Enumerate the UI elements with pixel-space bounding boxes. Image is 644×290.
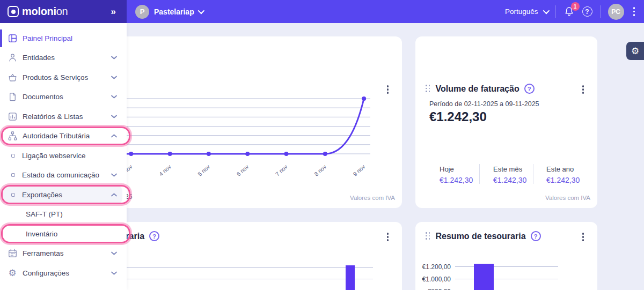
language-label: Português <box>505 8 538 16</box>
sidebar: Painel Principal Entidades Produtos & Se… <box>0 23 127 290</box>
sidebar-item-label: Produtos & Serviços <box>23 73 88 81</box>
person-icon <box>7 53 18 63</box>
sidebar-item-configuracoes[interactable]: ⚙ Configurações <box>0 263 127 283</box>
stat-value: €1.242,30 <box>546 176 580 184</box>
divider <box>600 5 601 18</box>
stat-label: Este ano <box>546 165 580 173</box>
dashboard-settings-button[interactable]: ⚙ <box>626 42 644 60</box>
calendar-icon <box>7 248 18 259</box>
dashboard-icon <box>7 33 18 43</box>
chevron-up-icon <box>111 134 117 138</box>
gridline <box>455 266 558 267</box>
help-button[interactable]: ? <box>582 6 592 17</box>
sidebar-item-inventario[interactable]: Inventário <box>0 224 127 244</box>
sidebar-item-documentos[interactable]: Documentos <box>0 87 127 107</box>
billing-volume-card: Volume de faturação ? Período de 02-11-2… <box>415 36 597 208</box>
sidebar-item-saft-pt[interactable]: SAF-T (PT) <box>0 205 127 225</box>
card-menu-icon[interactable] <box>581 231 586 243</box>
stat-value: €1.242,30 <box>493 176 526 184</box>
sidebar-item-relatorios-listas[interactable]: Relatórios & Listas <box>0 107 127 127</box>
treasury-bar <box>474 264 494 290</box>
help-icon[interactable]: ? <box>531 231 541 241</box>
chevron-down-icon <box>111 251 117 255</box>
sidebar-item-produtos-servicos[interactable]: Produtos & Serviços <box>0 68 127 87</box>
document-icon <box>7 92 18 102</box>
iva-note: Valores com IVA <box>545 195 590 201</box>
chevron-down-icon <box>197 8 204 14</box>
stat-value: €1.242,30 <box>440 176 473 184</box>
brand-logo[interactable]: molonion <box>22 5 68 18</box>
moloni-logo-icon <box>8 6 19 17</box>
sidebar-item-label: Autoridade Tributária <box>23 132 90 140</box>
svg-text:6 nov: 6 nov <box>235 163 250 177</box>
card-title: Volume de faturação <box>436 84 519 94</box>
square-bullet-icon <box>11 193 15 197</box>
billing-period: Período de 02-11-2025 a 09-11-2025 <box>429 100 539 108</box>
sidebar-item-label: Estado da comunicação <box>22 171 99 179</box>
stat-month: Este mês €1.242,30 <box>493 165 526 184</box>
sidebar-item-label: SAF-T (PT) <box>7 210 63 218</box>
sidebar-item-label: Ferramentas <box>23 249 64 257</box>
iva-note: Valores com IVA <box>350 195 395 201</box>
company-switcher[interactable]: P Pastelariap <box>135 5 203 19</box>
drag-handle-icon[interactable] <box>426 85 431 93</box>
stat-label: Hoje <box>440 165 473 173</box>
stat-label: Este mês <box>493 165 526 173</box>
stat-divider <box>533 164 533 184</box>
sidebar-item-label: Painel Principal <box>23 34 72 42</box>
square-bullet-icon <box>11 173 15 177</box>
sidebar-item-exportacoes[interactable]: Exportações <box>0 185 127 205</box>
sidebar-item-painel-principal[interactable]: Painel Principal <box>0 28 127 48</box>
treasury-bar <box>346 265 355 290</box>
chevron-up-icon <box>111 193 117 197</box>
sidebar-item-entidades[interactable]: Entidades <box>0 48 127 68</box>
bar-chart-icon <box>7 111 18 122</box>
y-axis-tick: €1.000,00 <box>415 276 451 283</box>
svg-text:7 nov: 7 nov <box>274 163 289 177</box>
card-menu-icon[interactable] <box>581 84 586 95</box>
gridline <box>455 279 558 279</box>
chevron-down-icon <box>111 173 117 177</box>
svg-text:5 nov: 5 nov <box>196 163 211 177</box>
help-icon[interactable]: ? <box>524 84 535 94</box>
svg-text:9 nov: 9 nov <box>352 163 367 177</box>
sidebar-item-label: Exportações <box>22 191 62 199</box>
sidebar-item-label: Ligação webservice <box>22 152 86 160</box>
user-avatar[interactable]: PC <box>608 4 624 20</box>
basket-icon <box>7 72 18 83</box>
divider <box>555 5 556 18</box>
sidebar-item-label: Entidades <box>23 54 55 62</box>
sidebar-item-autoridade-tributaria[interactable]: Autoridade Tributária <box>0 127 127 146</box>
stat-divider <box>479 164 480 184</box>
company-avatar: P <box>135 5 149 19</box>
company-name: Pastelariap <box>154 8 194 16</box>
sidebar-collapse-icon[interactable]: » <box>108 5 119 18</box>
square-bullet-icon <box>11 154 15 158</box>
sidebar-item-ligacao-webservice[interactable]: Ligação webservice <box>0 146 127 166</box>
billing-total: €1.242,30 <box>429 109 539 124</box>
treasury-right-card: Resumo de tesouraria ? €1.200,00 €1.000,… <box>415 222 597 290</box>
sidebar-item-label: Relatórios & Listas <box>23 113 83 121</box>
more-options-icon[interactable] <box>632 5 637 18</box>
y-axis-tick: €1.200,00 <box>415 263 451 271</box>
card-menu-icon[interactable] <box>385 231 391 243</box>
sidebar-item-estado-comunicacao[interactable]: Estado da comunicação <box>0 166 127 185</box>
top-bar: molonion » P Pastelariap Português 1 ? <box>0 0 644 23</box>
logo-zone: molonion » <box>0 0 127 23</box>
chevron-down-icon <box>111 271 117 275</box>
help-icon[interactable]: ? <box>149 231 159 241</box>
notification-badge: 1 <box>571 2 580 11</box>
stat-year: Este ano €1.242,30 <box>546 165 580 184</box>
svg-text:8 nov: 8 nov <box>313 163 328 177</box>
svg-text:4 nov: 4 nov <box>158 163 173 177</box>
notifications-button[interactable]: 1 <box>564 6 575 17</box>
chevron-down-icon <box>111 76 117 79</box>
sidebar-item-ferramentas[interactable]: Ferramentas <box>0 244 127 264</box>
chevron-down-icon <box>111 95 117 99</box>
stat-today: Hoje €1.242,30 <box>440 165 473 184</box>
drag-handle-icon[interactable] <box>426 232 431 240</box>
language-selector[interactable]: Português <box>505 8 548 16</box>
top-bar-actions: Português 1 ? PC <box>505 4 644 20</box>
card-title: Resumo de tesouraria <box>436 232 526 241</box>
chevron-down-icon <box>111 115 117 118</box>
